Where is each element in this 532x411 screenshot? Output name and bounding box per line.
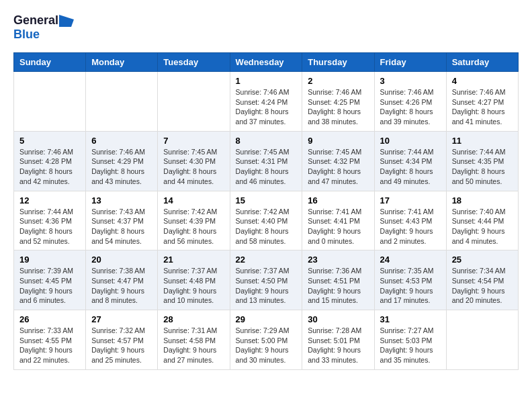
calendar-cell: 3Sunrise: 7:46 AMSunset: 4:26 PMDaylight… xyxy=(374,72,446,132)
calendar-cell: 7Sunrise: 7:45 AMSunset: 4:30 PMDaylight… xyxy=(158,131,230,191)
calendar-cell: 19Sunrise: 7:39 AMSunset: 4:45 PMDayligh… xyxy=(14,250,86,310)
calendar-cell: 30Sunrise: 7:28 AMSunset: 5:01 PMDayligh… xyxy=(302,310,374,370)
day-number: 16 xyxy=(308,195,368,205)
day-number: 20 xyxy=(91,255,152,265)
day-number: 28 xyxy=(163,314,224,324)
cell-content: Sunrise: 7:38 AMSunset: 4:47 PMDaylight:… xyxy=(91,266,152,306)
week-row-1: 1Sunrise: 7:46 AMSunset: 4:24 PMDaylight… xyxy=(14,72,519,132)
day-number: 6 xyxy=(91,136,152,146)
day-number: 2 xyxy=(308,76,368,86)
cell-content: Sunrise: 7:35 AMSunset: 4:53 PMDaylight:… xyxy=(380,266,441,306)
cell-content: Sunrise: 7:31 AMSunset: 4:58 PMDaylight:… xyxy=(163,326,224,365)
calendar-cell xyxy=(446,310,518,370)
calendar-cell: 6Sunrise: 7:46 AMSunset: 4:29 PMDaylight… xyxy=(86,131,158,191)
cell-content: Sunrise: 7:46 AMSunset: 4:24 PMDaylight:… xyxy=(236,87,297,127)
day-number: 21 xyxy=(163,255,224,265)
logo-general-text: General xyxy=(13,13,58,28)
calendar-cell xyxy=(158,72,230,132)
calendar-cell: 21Sunrise: 7:37 AMSunset: 4:48 PMDayligh… xyxy=(158,250,230,310)
cell-content: Sunrise: 7:41 AMSunset: 4:41 PMDaylight:… xyxy=(308,207,368,246)
weekday-header-friday: Friday xyxy=(374,53,446,72)
calendar-cell: 11Sunrise: 7:44 AMSunset: 4:35 PMDayligh… xyxy=(446,131,518,191)
logo-blue-text: Blue xyxy=(13,28,40,41)
cell-content: Sunrise: 7:44 AMSunset: 4:35 PMDaylight:… xyxy=(452,147,513,187)
cell-content: Sunrise: 7:34 AMSunset: 4:54 PMDaylight:… xyxy=(452,266,513,306)
calendar-cell: 2Sunrise: 7:46 AMSunset: 4:25 PMDaylight… xyxy=(302,72,374,132)
calendar-cell: 1Sunrise: 7:46 AMSunset: 4:24 PMDaylight… xyxy=(230,72,302,132)
day-number: 12 xyxy=(19,195,80,205)
day-number: 13 xyxy=(91,195,152,205)
cell-content: Sunrise: 7:36 AMSunset: 4:51 PMDaylight:… xyxy=(308,266,368,306)
day-number: 8 xyxy=(236,136,297,146)
day-number: 26 xyxy=(19,314,80,324)
calendar-cell: 24Sunrise: 7:35 AMSunset: 4:53 PMDayligh… xyxy=(374,250,446,310)
weekday-header-row: SundayMondayTuesdayWednesdayThursdayFrid… xyxy=(14,53,519,72)
logo-bird-icon xyxy=(59,15,74,27)
cell-content: Sunrise: 7:27 AMSunset: 5:03 PMDaylight:… xyxy=(380,326,441,365)
week-row-4: 19Sunrise: 7:39 AMSunset: 4:45 PMDayligh… xyxy=(14,250,519,310)
svg-marker-0 xyxy=(59,15,74,27)
logo: General Blue xyxy=(13,13,75,42)
calendar-cell: 25Sunrise: 7:34 AMSunset: 4:54 PMDayligh… xyxy=(446,250,518,310)
week-row-2: 5Sunrise: 7:46 AMSunset: 4:28 PMDaylight… xyxy=(14,131,519,191)
calendar-cell: 20Sunrise: 7:38 AMSunset: 4:47 PMDayligh… xyxy=(86,250,158,310)
weekday-header-thursday: Thursday xyxy=(302,53,374,72)
cell-content: Sunrise: 7:46 AMSunset: 4:27 PMDaylight:… xyxy=(452,87,513,127)
calendar-cell: 17Sunrise: 7:41 AMSunset: 4:43 PMDayligh… xyxy=(374,191,446,250)
day-number: 22 xyxy=(236,255,297,265)
cell-content: Sunrise: 7:40 AMSunset: 4:44 PMDaylight:… xyxy=(452,207,513,246)
calendar-cell: 5Sunrise: 7:46 AMSunset: 4:28 PMDaylight… xyxy=(14,131,86,191)
calendar-cell xyxy=(14,72,86,132)
day-number: 19 xyxy=(19,255,80,265)
day-number: 29 xyxy=(236,314,297,324)
cell-content: Sunrise: 7:45 AMSunset: 4:31 PMDaylight:… xyxy=(236,147,297,187)
calendar-cell xyxy=(86,72,158,132)
cell-content: Sunrise: 7:42 AMSunset: 4:39 PMDaylight:… xyxy=(163,207,224,246)
cell-content: Sunrise: 7:45 AMSunset: 4:32 PMDaylight:… xyxy=(308,147,368,187)
day-number: 24 xyxy=(380,255,441,265)
day-number: 7 xyxy=(163,136,224,146)
calendar-cell: 26Sunrise: 7:33 AMSunset: 4:55 PMDayligh… xyxy=(14,310,86,370)
day-number: 11 xyxy=(452,136,513,146)
cell-content: Sunrise: 7:46 AMSunset: 4:29 PMDaylight:… xyxy=(91,147,152,187)
day-number: 30 xyxy=(308,314,368,324)
calendar-cell: 9Sunrise: 7:45 AMSunset: 4:32 PMDaylight… xyxy=(302,131,374,191)
day-number: 14 xyxy=(163,195,224,205)
day-number: 3 xyxy=(380,76,441,86)
day-number: 15 xyxy=(236,195,297,205)
calendar-cell: 29Sunrise: 7:29 AMSunset: 5:00 PMDayligh… xyxy=(230,310,302,370)
day-number: 9 xyxy=(308,136,368,146)
day-number: 23 xyxy=(308,255,368,265)
calendar-cell: 14Sunrise: 7:42 AMSunset: 4:39 PMDayligh… xyxy=(158,191,230,250)
cell-content: Sunrise: 7:46 AMSunset: 4:26 PMDaylight:… xyxy=(380,87,441,127)
week-row-3: 12Sunrise: 7:44 AMSunset: 4:36 PMDayligh… xyxy=(14,191,519,250)
calendar-cell: 27Sunrise: 7:32 AMSunset: 4:57 PMDayligh… xyxy=(86,310,158,370)
cell-content: Sunrise: 7:46 AMSunset: 4:28 PMDaylight:… xyxy=(19,147,80,187)
calendar-cell: 13Sunrise: 7:43 AMSunset: 4:37 PMDayligh… xyxy=(86,191,158,250)
day-number: 27 xyxy=(91,314,152,324)
day-number: 25 xyxy=(452,255,513,265)
day-number: 31 xyxy=(380,314,441,324)
day-number: 4 xyxy=(452,76,513,86)
cell-content: Sunrise: 7:39 AMSunset: 4:45 PMDaylight:… xyxy=(19,266,80,306)
calendar-cell: 18Sunrise: 7:40 AMSunset: 4:44 PMDayligh… xyxy=(446,191,518,250)
calendar-cell: 15Sunrise: 7:42 AMSunset: 4:40 PMDayligh… xyxy=(230,191,302,250)
cell-content: Sunrise: 7:33 AMSunset: 4:55 PMDaylight:… xyxy=(19,326,80,365)
cell-content: Sunrise: 7:45 AMSunset: 4:30 PMDaylight:… xyxy=(163,147,224,187)
weekday-header-tuesday: Tuesday xyxy=(158,53,230,72)
cell-content: Sunrise: 7:44 AMSunset: 4:34 PMDaylight:… xyxy=(380,147,441,187)
cell-content: Sunrise: 7:37 AMSunset: 4:50 PMDaylight:… xyxy=(236,266,297,306)
calendar-cell: 22Sunrise: 7:37 AMSunset: 4:50 PMDayligh… xyxy=(230,250,302,310)
weekday-header-wednesday: Wednesday xyxy=(230,53,302,72)
cell-content: Sunrise: 7:28 AMSunset: 5:01 PMDaylight:… xyxy=(308,326,368,365)
calendar-table: SundayMondayTuesdayWednesdayThursdayFrid… xyxy=(13,52,519,370)
day-number: 1 xyxy=(236,76,297,86)
calendar-cell: 16Sunrise: 7:41 AMSunset: 4:41 PMDayligh… xyxy=(302,191,374,250)
cell-content: Sunrise: 7:42 AMSunset: 4:40 PMDaylight:… xyxy=(236,207,297,246)
weekday-header-saturday: Saturday xyxy=(446,53,518,72)
calendar-cell: 28Sunrise: 7:31 AMSunset: 4:58 PMDayligh… xyxy=(158,310,230,370)
cell-content: Sunrise: 7:41 AMSunset: 4:43 PMDaylight:… xyxy=(380,207,441,246)
day-number: 17 xyxy=(380,195,441,205)
week-row-5: 26Sunrise: 7:33 AMSunset: 4:55 PMDayligh… xyxy=(14,310,519,370)
calendar-cell: 31Sunrise: 7:27 AMSunset: 5:03 PMDayligh… xyxy=(374,310,446,370)
